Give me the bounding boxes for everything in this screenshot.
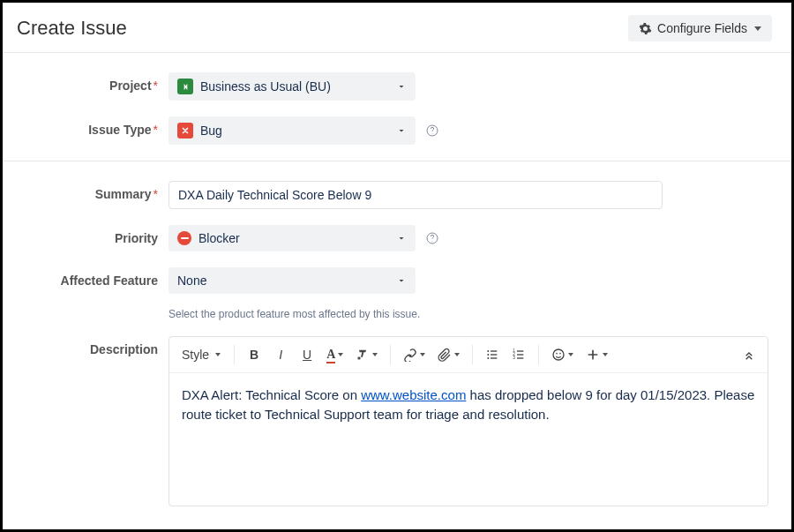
dialog-title: Create Issue [17, 17, 127, 40]
project-row: Project* Business as Usual (BU) [17, 72, 772, 101]
insert-more-button[interactable] [581, 342, 612, 367]
text-color-button[interactable]: A [322, 342, 348, 367]
description-label: Description [17, 336, 169, 356]
gear-icon [639, 22, 652, 35]
svg-point-18 [559, 353, 561, 355]
chevron-down-icon [568, 353, 573, 356]
configure-fields-button[interactable]: Configure Fields [628, 15, 772, 41]
italic-button[interactable]: I [269, 342, 292, 367]
svg-text:3: 3 [513, 356, 516, 360]
affected-feature-row: Affected Feature None Select the product… [17, 267, 772, 320]
configure-fields-label: Configure Fields [657, 21, 747, 35]
issue-type-select[interactable]: Bug [169, 116, 416, 145]
project-value: Business as Usual (BU) [200, 79, 331, 94]
issue-type-label: Issue Type* [17, 116, 169, 137]
issue-type-row: Issue Type* Bug [17, 116, 772, 145]
svg-point-17 [556, 353, 558, 355]
priority-row: Priority Blocker [17, 225, 772, 251]
numbered-list-button[interactable]: 123 [507, 342, 530, 367]
help-icon[interactable] [424, 123, 440, 139]
chevron-down-icon [603, 353, 608, 356]
description-link[interactable]: www.website.com [361, 387, 466, 402]
chevron-down-icon [372, 353, 378, 356]
svg-point-1 [432, 133, 433, 134]
svg-rect-15 [517, 357, 523, 358]
dialog-header: Create Issue Configure Fields [17, 3, 772, 52]
chevron-down-icon [396, 275, 407, 286]
style-dropdown[interactable]: Style [176, 342, 226, 367]
description-text-before: DXA Alert: Technical Score on [182, 387, 361, 402]
chevron-down-icon [338, 353, 343, 356]
svg-point-16 [553, 349, 564, 360]
divider [3, 161, 791, 161]
svg-rect-9 [491, 357, 497, 358]
svg-point-6 [488, 357, 490, 359]
link-button[interactable] [399, 342, 430, 367]
editor-toolbar: Style B I U A [169, 337, 768, 373]
project-label: Project* [17, 72, 169, 93]
svg-point-4 [488, 350, 490, 352]
bullet-list-button[interactable] [481, 342, 504, 367]
required-marker: * [154, 187, 158, 201]
underline-button[interactable]: U [296, 342, 318, 367]
project-select[interactable]: Business as Usual (BU) [169, 72, 416, 101]
summary-label: Summary* [17, 181, 169, 201]
chevron-down-icon [420, 353, 425, 356]
description-textarea[interactable]: DXA Alert: Technical Score on www.websit… [169, 373, 768, 506]
emoji-button[interactable] [547, 342, 578, 367]
attachment-button[interactable] [433, 342, 464, 367]
required-marker: * [154, 123, 158, 137]
priority-value: Blocker [198, 231, 240, 245]
priority-select[interactable]: Blocker [169, 225, 416, 251]
separator [390, 345, 391, 364]
bold-button[interactable]: B [243, 342, 266, 367]
svg-rect-7 [491, 350, 497, 351]
blocker-icon [177, 231, 191, 245]
create-issue-dialog: Create Issue Configure Fields Project* [0, 0, 794, 532]
summary-row: Summary* [17, 181, 772, 209]
chevron-down-icon [396, 125, 407, 136]
chevron-down-icon [396, 233, 407, 244]
svg-rect-8 [491, 354, 497, 355]
svg-rect-14 [517, 354, 523, 355]
priority-label: Priority [17, 225, 169, 245]
collapse-toolbar-button[interactable] [738, 342, 760, 367]
chevron-down-icon [396, 81, 407, 92]
affected-feature-hint: Select the product feature most affected… [169, 308, 420, 320]
project-icon [177, 79, 193, 94]
bug-icon [177, 123, 193, 139]
chevron-down-icon [215, 353, 221, 356]
affected-feature-value: None [177, 273, 206, 288]
separator [472, 345, 473, 364]
description-editor: Style B I U A [169, 336, 768, 506]
svg-point-3 [432, 241, 433, 242]
svg-rect-13 [517, 350, 523, 351]
clear-formatting-button[interactable] [351, 342, 382, 367]
issue-type-value: Bug [200, 124, 222, 138]
required-marker: * [154, 79, 158, 93]
description-row: Description Style B I U A [17, 336, 772, 506]
affected-feature-select[interactable]: None [169, 267, 416, 294]
separator [538, 345, 539, 364]
help-icon[interactable] [424, 230, 440, 246]
svg-point-5 [488, 354, 490, 356]
chevron-down-icon [454, 353, 460, 356]
form-body: Project* Business as Usual (BU) Issue Ty… [17, 53, 772, 506]
affected-feature-label: Affected Feature [17, 267, 169, 288]
separator [234, 345, 235, 364]
summary-input[interactable] [169, 181, 663, 209]
chevron-down-icon [754, 26, 761, 31]
